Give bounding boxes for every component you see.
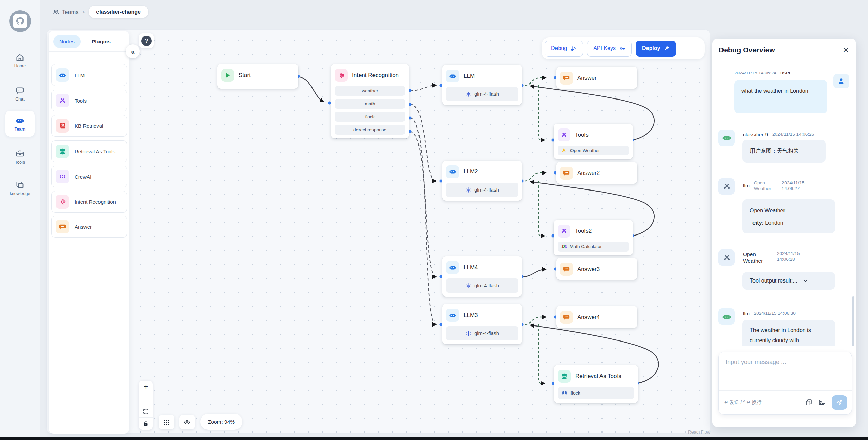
play-icon [221, 69, 234, 82]
kb-book-icon [56, 119, 69, 133]
flow-node-answer4[interactable]: Answer4 [556, 306, 637, 328]
flow-node-tools2[interactable]: Tools2 123Math Calculator [554, 220, 633, 255]
flow-node-llm4[interactable]: LLM4 glm-4-flash [442, 256, 522, 297]
llm3-model-row[interactable]: glm-4-flash [446, 326, 518, 340]
flow-node-llm2[interactable]: LLM2 glm-4-flash [442, 161, 522, 201]
sidebar-item-knowledge[interactable]: knowledge [5, 175, 35, 201]
intent-branch-weather[interactable]: weather [335, 86, 405, 96]
wrench-icon [663, 45, 670, 52]
palette-collapse-button[interactable]: « [126, 44, 140, 58]
chat-bubble-tool-output[interactable]: Tool output result:... [742, 272, 835, 290]
flow-node-llm3[interactable]: LLM3 glm-4-flash [442, 304, 522, 344]
sidebar-item-team[interactable]: Team [5, 111, 35, 137]
robot-icon [722, 133, 731, 142]
breadcrumb-current: classifier-change [89, 6, 148, 18]
attach-file-button[interactable] [805, 399, 812, 406]
zoom-out-button[interactable]: − [139, 393, 153, 405]
book-icon [562, 390, 567, 396]
zoom-in-button[interactable]: + [139, 381, 153, 393]
zoom-level-indicator[interactable]: Zoom: 94% [200, 414, 242, 430]
tab-plugins[interactable]: Plugins [86, 35, 117, 48]
close-icon[interactable]: × [843, 46, 849, 55]
flow-node-answer2[interactable]: Answer2 [556, 162, 637, 184]
tool-row-math-calculator[interactable]: 123Math Calculator [558, 242, 629, 252]
fit-view-button[interactable] [139, 405, 153, 418]
flow-node-intent-recognition[interactable]: Intent Recognition weather math flock de… [331, 64, 409, 138]
llm4-model-row[interactable]: glm-4-flash [446, 278, 518, 293]
llm-model-row[interactable]: glm-4-flash [446, 87, 518, 101]
grid-toggle-button[interactable] [159, 415, 174, 429]
llm-avatar [718, 308, 735, 325]
grid-dots-icon [163, 419, 170, 426]
chevron-down-icon [803, 278, 808, 284]
debug-chat-log[interactable]: 2024/11/15 14:06:24user what the weather… [712, 62, 856, 346]
intent-branch-math[interactable]: math [335, 99, 405, 109]
sidebar-item-chat[interactable]: Chat [5, 81, 35, 107]
tool-avatar [718, 249, 735, 266]
lock-button[interactable] [139, 418, 153, 430]
deploy-button[interactable]: Deploy [636, 41, 676, 57]
copy-plus-icon [805, 399, 812, 406]
llm2-model-row[interactable]: glm-4-flash [446, 183, 518, 197]
debug-play-icon [570, 45, 577, 52]
tools-icon [558, 225, 570, 238]
palette-item-tools[interactable]: Tools [51, 90, 127, 111]
flow-node-answer3[interactable]: Answer3 [556, 258, 637, 280]
answer-bubble-icon [560, 72, 573, 85]
sidebar-item-label: knowledge [10, 191, 30, 196]
tool-row-flock[interactable]: flock [558, 387, 634, 399]
palette-item-kb-retrieval[interactable]: KB Retrieval [51, 115, 127, 137]
palette-item-retrieval-as-tools[interactable]: Retrieval As Tools [51, 140, 127, 162]
breadcrumb-separator: › [83, 9, 85, 15]
glm-logo-icon [466, 187, 471, 193]
attach-image-button[interactable] [818, 399, 825, 406]
message-meta: llm 2024/11/15 14:06:30 [743, 310, 796, 317]
flow-toolbar: Debug API Keys Deploy [542, 37, 705, 59]
chat-icon [15, 86, 25, 95]
glm-logo-icon [466, 283, 471, 289]
robot-icon [446, 70, 459, 82]
palette-item-crewai[interactable]: CrewAI [51, 166, 127, 187]
sidebar-item-home[interactable]: Home [5, 48, 35, 74]
answer-bubble-icon [560, 167, 573, 180]
eye-icon [184, 419, 191, 426]
intent-branch-derect-response[interactable]: derect response [335, 125, 405, 135]
intent-icon [56, 195, 69, 209]
database-icon [56, 145, 69, 158]
bottom-bar [0, 437, 868, 440]
send-button[interactable] [832, 395, 847, 410]
breadcrumb-teams[interactable]: Teams [52, 9, 79, 15]
api-keys-button[interactable]: API Keys [587, 41, 632, 57]
message-input[interactable] [719, 352, 852, 390]
chat-bubble-classifier: 用户意图：天气相关 [742, 140, 826, 163]
nodes-palette: Nodes Plugins LLM Tools KB Retrieval Ret… [49, 31, 129, 434]
tab-nodes[interactable]: Nodes [53, 35, 81, 48]
app-logo[interactable] [9, 10, 31, 32]
intent-branch-flock[interactable]: flock [335, 112, 405, 122]
flow-node-retrieval-as-tools[interactable]: Retrieval As Tools flock [554, 365, 638, 403]
debug-button[interactable]: Debug [545, 41, 583, 57]
visibility-button[interactable] [179, 415, 195, 429]
message-meta: llm Open Weather 2024/11/15 14:06:27 [743, 180, 812, 192]
message-meta: 2024/11/15 14:06:24user [734, 72, 823, 77]
sidebar-item-tools[interactable]: Tools [5, 144, 35, 170]
people-icon [52, 9, 59, 15]
flow-node-start[interactable]: Start [217, 64, 298, 89]
glm-logo-icon [466, 331, 471, 336]
classifier-avatar [718, 130, 735, 146]
palette-item-answer[interactable]: Answer [51, 216, 127, 238]
flow-node-answer[interactable]: Answer [556, 67, 637, 89]
tool-row-open-weather[interactable]: Open Weather [558, 146, 629, 155]
flow-node-tools[interactable]: Tools Open Weather [554, 124, 633, 159]
flow-node-llm[interactable]: LLM glm-4-flash [442, 65, 522, 105]
sidebar-item-label: Team [15, 127, 26, 132]
numbers-icon: 123 [561, 245, 566, 249]
palette-item-intent-recognition[interactable]: Intent Recognition [51, 191, 127, 213]
chat-scrollbar[interactable] [852, 296, 854, 346]
key-icon [619, 45, 625, 52]
help-button[interactable]: ? [139, 33, 154, 48]
chat-bubble-user: what the weather in London [734, 80, 827, 113]
fit-view-icon [143, 408, 149, 414]
palette-item-llm[interactable]: LLM [51, 64, 127, 86]
robot-icon [722, 312, 731, 321]
